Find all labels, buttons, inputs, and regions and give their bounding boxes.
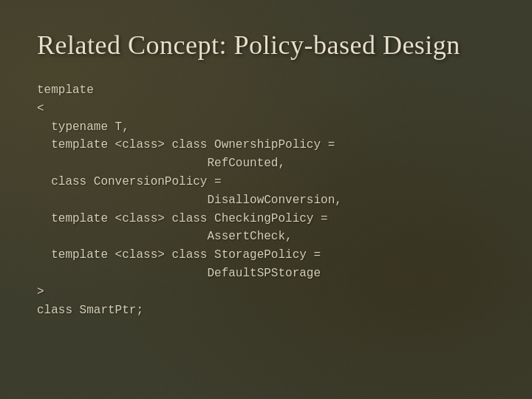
slide-background: Related Concept: Policy-based Design tem… <box>0 0 532 399</box>
code-line-13: class SmartPtr; <box>37 301 495 320</box>
code-line-9: AssertCheck, <box>37 228 495 246</box>
code-line-3: typename T, <box>37 118 495 137</box>
slide-title: Related Concept: Policy-based Design <box>37 30 495 61</box>
code-line-1: template <box>37 81 495 100</box>
code-line-12: > <box>37 283 495 301</box>
code-line-2: < <box>37 100 495 118</box>
code-line-6: class ConversionPolicy = <box>37 173 495 191</box>
code-line-5: RefCounted, <box>37 154 495 173</box>
code-line-11: DefaultSPStorage <box>37 265 495 283</box>
code-line-8: template <class> class CheckingPolicy = <box>37 210 495 228</box>
code-block: template < typename T, template <class> … <box>37 81 495 319</box>
code-line-7: DisallowConversion, <box>37 191 495 210</box>
code-line-10: template <class> class StoragePolicy = <box>37 246 495 265</box>
code-line-4: template <class> class OwnershipPolicy = <box>37 136 495 154</box>
